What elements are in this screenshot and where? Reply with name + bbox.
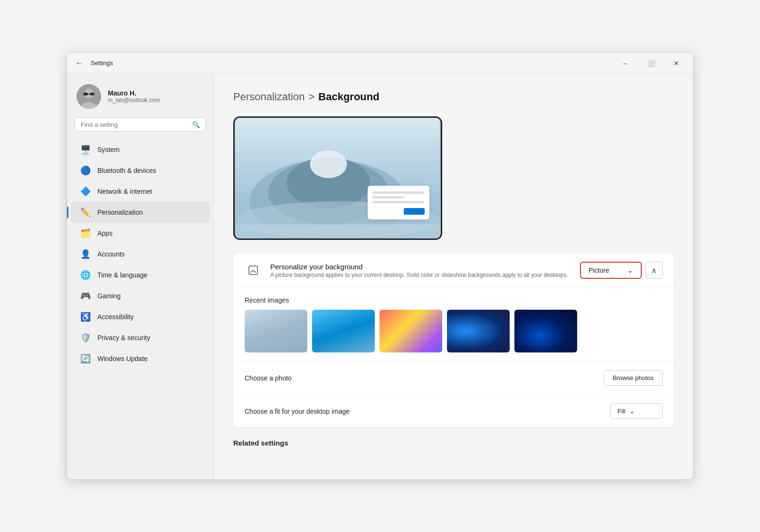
search-input[interactable] bbox=[81, 121, 188, 128]
sidebar-item-label-bluetooth: Bluetooth & devices bbox=[97, 167, 156, 174]
recent-image-5[interactable] bbox=[514, 310, 577, 352]
accounts-icon: 👤 bbox=[80, 249, 91, 259]
sidebar-item-label-accounts: Accounts bbox=[97, 250, 125, 258]
sidebar-item-privacy[interactable]: 🛡️ Privacy & security bbox=[71, 327, 210, 348]
svg-rect-13 bbox=[249, 266, 257, 275]
background-preview bbox=[233, 116, 442, 240]
recent-image-3[interactable] bbox=[380, 310, 442, 352]
fit-value: Fill bbox=[618, 408, 626, 415]
fit-label: Choose a fit for your desktop image bbox=[245, 408, 610, 415]
choose-photo-row: Choose a photo Browse photos bbox=[233, 361, 674, 394]
svg-rect-4 bbox=[90, 93, 95, 95]
user-name: Mauro H. bbox=[108, 89, 160, 97]
sidebar-item-label-system: System bbox=[97, 146, 120, 153]
close-button[interactable]: ✕ bbox=[665, 56, 687, 70]
personalize-icon bbox=[245, 262, 262, 279]
time-icon: 🌐 bbox=[80, 270, 91, 280]
chevron-down-icon: ⌄ bbox=[627, 266, 633, 274]
sidebar-item-system[interactable]: 🖥️ System bbox=[71, 139, 210, 160]
images-grid bbox=[245, 310, 663, 352]
update-icon: 🔄 bbox=[80, 353, 91, 364]
sidebar-item-label-gaming: Gaming bbox=[97, 292, 121, 300]
privacy-icon: 🛡️ bbox=[80, 332, 91, 343]
recent-images-label: Recent images bbox=[245, 296, 663, 304]
collapse-button[interactable]: ∧ bbox=[646, 262, 663, 279]
personalize-desc: A picture background applies to your cur… bbox=[270, 272, 571, 278]
search-box[interactable]: 🔍 bbox=[75, 117, 206, 132]
recent-image-2[interactable] bbox=[312, 310, 375, 352]
search-icon: 🔍 bbox=[192, 121, 200, 128]
sidebar-item-update[interactable]: 🔄 Windows Update bbox=[71, 348, 210, 369]
breadcrumb: Personalization > Background bbox=[233, 91, 674, 103]
sidebar-nav: 🖥️ System 🔵 Bluetooth & devices 🔷 Networ… bbox=[67, 139, 214, 369]
window-title: Settings bbox=[91, 59, 113, 66]
breadcrumb-parent: Personalization bbox=[233, 91, 304, 103]
sidebar-item-bluetooth[interactable]: 🔵 Bluetooth & devices bbox=[71, 160, 210, 181]
browse-photos-button[interactable]: Browse photos bbox=[604, 370, 663, 386]
user-profile: Mauro H. m_lab@outlook.com bbox=[67, 74, 214, 117]
svg-rect-12 bbox=[236, 225, 440, 238]
sidebar-item-label-time: Time & language bbox=[97, 271, 147, 279]
user-email: m_lab@outlook.com bbox=[108, 97, 160, 104]
recent-images-section: Recent images bbox=[233, 288, 674, 361]
background-settings-card: Personalize your background A picture ba… bbox=[233, 253, 674, 428]
related-settings-section: Related settings bbox=[233, 439, 674, 447]
sidebar: Mauro H. m_lab@outlook.com 🔍 🖥️ System 🔵… bbox=[67, 74, 214, 479]
recent-image-4[interactable] bbox=[447, 310, 510, 352]
sidebar-item-gaming[interactable]: 🎮 Gaming bbox=[71, 285, 210, 306]
apps-icon: 🗂️ bbox=[80, 228, 91, 238]
settings-window: ← Settings – ⬜ ✕ bbox=[66, 52, 694, 480]
breadcrumb-separator: > bbox=[308, 91, 314, 103]
sidebar-item-label-personalization: Personalization bbox=[97, 209, 143, 216]
bluetooth-icon: 🔵 bbox=[80, 165, 91, 176]
svg-rect-3 bbox=[83, 93, 88, 95]
personalize-row: Personalize your background A picture ba… bbox=[233, 253, 674, 288]
back-button[interactable]: ← bbox=[73, 57, 86, 70]
network-icon: 🔷 bbox=[80, 186, 91, 197]
sidebar-item-label-network: Network & internet bbox=[97, 188, 152, 195]
gaming-icon: 🎮 bbox=[80, 291, 91, 301]
svg-point-10 bbox=[310, 150, 347, 178]
sidebar-item-personalization[interactable]: ✏️ Personalization bbox=[71, 202, 210, 223]
sidebar-item-time[interactable]: 🌐 Time & language bbox=[71, 265, 210, 285]
personalization-icon: ✏️ bbox=[80, 207, 91, 218]
background-type-dropdown[interactable]: Picture ⌄ bbox=[580, 262, 642, 279]
minimize-button[interactable]: – bbox=[614, 56, 636, 70]
maximize-button[interactable]: ⬜ bbox=[640, 56, 662, 70]
personalize-title: Personalize your background bbox=[270, 263, 571, 271]
sidebar-item-label-update: Windows Update bbox=[97, 355, 148, 362]
related-settings-title: Related settings bbox=[233, 439, 674, 447]
main-content: Personalization > Background bbox=[214, 74, 693, 479]
fit-chevron-icon: ⌄ bbox=[629, 408, 635, 415]
title-bar: ← Settings – ⬜ ✕ bbox=[67, 53, 693, 74]
choose-photo-label: Choose a photo bbox=[245, 374, 604, 382]
system-icon: 🖥️ bbox=[80, 144, 91, 155]
sidebar-item-label-privacy: Privacy & security bbox=[97, 334, 150, 342]
recent-image-1[interactable] bbox=[245, 310, 307, 352]
sidebar-item-accessibility[interactable]: ♿ Accessibility bbox=[71, 306, 210, 327]
avatar bbox=[76, 84, 101, 109]
sidebar-item-accounts[interactable]: 👤 Accounts bbox=[71, 244, 210, 265]
preview-dialog bbox=[368, 186, 429, 219]
sidebar-item-network[interactable]: 🔷 Network & internet bbox=[71, 181, 210, 202]
sidebar-item-label-apps: Apps bbox=[97, 229, 113, 237]
sidebar-item-apps[interactable]: 🗂️ Apps bbox=[71, 223, 210, 244]
accessibility-icon: ♿ bbox=[80, 312, 91, 322]
breadcrumb-current: Background bbox=[318, 91, 379, 103]
sidebar-item-label-accessibility: Accessibility bbox=[97, 313, 133, 321]
dropdown-value: Picture bbox=[589, 266, 609, 274]
chevron-up-icon: ∧ bbox=[651, 266, 657, 275]
fit-dropdown[interactable]: Fill ⌄ bbox=[610, 403, 663, 419]
fit-row: Choose a fit for your desktop image Fill… bbox=[233, 394, 674, 428]
